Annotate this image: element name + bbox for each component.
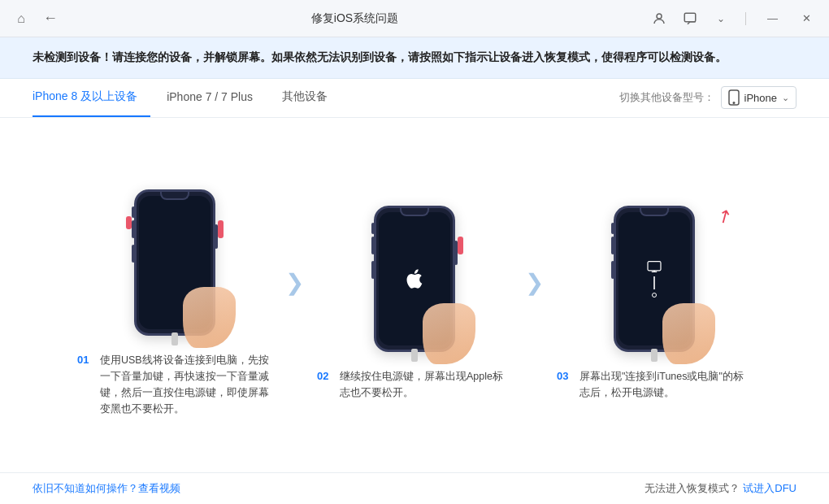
apple-icon: [403, 267, 426, 290]
vol-up-press-1: [126, 216, 132, 229]
step-desc-1: 01 使用USB线将设备连接到电脑，先按一下音量加键，再快速按一下音量减键，然后…: [77, 352, 272, 417]
power-press-1: [218, 220, 224, 238]
step-num-3: 03: [557, 368, 573, 401]
phone-illustration-1: [110, 181, 240, 344]
alert-bar: 未检测到设备！请连接您的设备，并解锁屏幕。如果依然无法识别到设备，请按照如下指示…: [0, 37, 829, 79]
tab-iphone7[interactable]: iPhone 7 / 7 Plus: [154, 78, 266, 117]
svg-point-3: [733, 102, 735, 104]
back-icon[interactable]: ←: [41, 9, 60, 28]
bottom-right: 无法进入恢复模式？ 试进入DFU: [645, 481, 796, 496]
step-num-2: 02: [317, 368, 333, 401]
home-icon[interactable]: ⌂: [11, 9, 31, 28]
step-text-3: 屏幕出现"连接到iTunes或电脑"的标志后，松开电源键。: [579, 368, 752, 401]
step-3: ↗ 03 屏幕出现"连接到iTunes或电脑"的标志后，松开电源键。: [557, 198, 752, 401]
plug-icon: [652, 293, 657, 298]
device-dropdown-icon: ⌄: [782, 93, 789, 103]
arrow-1: ❯: [285, 269, 304, 296]
step-2: 02 继续按住电源键，屏幕出现Apple标志也不要松开。: [317, 198, 512, 401]
step-desc-2: 02 继续按住电源键，屏幕出现Apple标志也不要松开。: [317, 368, 512, 401]
computer-icon: [646, 260, 662, 273]
vol-down-button-2: [371, 261, 375, 279]
phone-notch-2: [400, 208, 429, 216]
svg-point-0: [657, 14, 662, 19]
phones-row: 01 使用USB线将设备连接到电脑，先按一下音量加键，再快速按一下音量减键，然后…: [24, 126, 805, 472]
itunes-screen: [646, 260, 662, 298]
phone-notch-3: [640, 208, 669, 216]
no-recovery-text: 无法进入恢复模式？: [645, 481, 740, 496]
titlebar: ⌂ ← 修复iOS系统问题 ⌄ — ✕: [0, 0, 829, 37]
bottom-bar: 依旧不知道如何操作？查看视频 无法进入恢复模式？ 试进入DFU: [0, 472, 829, 504]
dropdown-icon[interactable]: ⌄: [711, 9, 731, 28]
device-icon-wrap[interactable]: iPhone ⌄: [721, 86, 796, 109]
arrow-indicator: ↗: [713, 203, 736, 229]
help-link[interactable]: 依旧不知道如何操作？查看视频: [33, 481, 180, 496]
phone-illustration-3: ↗: [589, 198, 719, 360]
mute-button-1: [132, 206, 135, 218]
tab-iphone8[interactable]: iPhone 8 及以上设备: [33, 78, 150, 117]
tab-other[interactable]: 其他设备: [269, 78, 341, 117]
phone-illustration-2: [349, 198, 480, 360]
hand-2: [423, 303, 475, 364]
device-switcher-label: 切换其他设备型号：: [619, 90, 714, 105]
minimize-button[interactable]: —: [761, 11, 784, 26]
steps-area: 01 使用USB线将设备连接到电脑，先按一下音量加键，再快速按一下音量减键，然后…: [0, 118, 829, 472]
cable-line: [653, 276, 655, 289]
vol-up-button-2: [371, 237, 375, 254]
vol-down-button-3: [611, 261, 614, 279]
chat-icon[interactable]: [680, 9, 700, 28]
try-dfu-link[interactable]: 试进入DFU: [743, 481, 796, 496]
cable-2: [411, 349, 418, 362]
mute-button-2: [371, 223, 375, 234]
hand-1: [183, 287, 236, 348]
app-title: 修复iOS系统问题: [60, 11, 649, 26]
hand-3: [662, 303, 715, 364]
step-text-2: 继续按住电源键，屏幕出现Apple标志也不要松开。: [340, 368, 512, 401]
phone-small-icon: [728, 89, 740, 106]
cable-1: [171, 332, 178, 345]
user-icon[interactable]: [649, 9, 669, 28]
device-name: iPhone: [744, 92, 777, 104]
vol-up-button-3: [611, 237, 614, 254]
titlebar-right: ⌄ — ✕: [649, 9, 818, 28]
step-text-1: 使用USB线将设备连接到电脑，先按一下音量加键，再快速按一下音量减键，然后一直按…: [100, 352, 272, 417]
main-content: 未检测到设备！请连接您的设备，并解锁屏幕。如果依然无法识别到设备，请按照如下指示…: [0, 37, 829, 504]
titlebar-left: ⌂ ←: [11, 9, 60, 28]
alert-text: 未检测到设备！请连接您的设备，并解锁屏幕。如果依然无法识别到设备，请按照如下指示…: [33, 51, 727, 63]
close-button[interactable]: ✕: [796, 11, 818, 26]
svg-rect-1: [684, 13, 696, 22]
separator: [745, 12, 746, 25]
vol-down-button-1: [132, 245, 135, 263]
cable-3: [651, 349, 658, 362]
device-switcher[interactable]: 切换其他设备型号： iPhone ⌄: [619, 86, 796, 109]
step-1: 01 使用USB线将设备连接到电脑，先按一下音量加键，再快速按一下音量减键，然后…: [77, 181, 272, 417]
vol-up-button-1: [132, 220, 135, 238]
svg-rect-4: [648, 261, 661, 270]
tabs-row: iPhone 8 及以上设备 iPhone 7 / 7 Plus 其他设备 切换…: [0, 79, 829, 118]
step-num-1: 01: [77, 352, 93, 417]
step-desc-3: 03 屏幕出现"连接到iTunes或电脑"的标志后，松开电源键。: [557, 368, 752, 401]
power-press-2: [458, 237, 463, 254]
phone-notch-1: [160, 192, 189, 200]
mute-button-3: [611, 223, 614, 234]
arrow-2: ❯: [525, 269, 544, 296]
